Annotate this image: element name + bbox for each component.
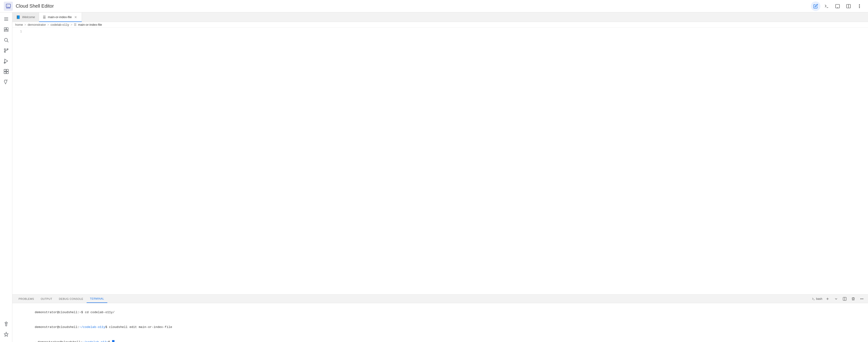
sidebar-icon-search[interactable]: [1, 35, 11, 45]
terminal-line-2: demonstrator@cloudshell:~/codelab-o11y$ …: [16, 320, 864, 335]
panel-tab-terminal[interactable]: TERMINAL: [87, 294, 107, 303]
main-file-tab-label: main-or-index-file: [48, 15, 72, 19]
app-header: >_ Cloud Shell Editor: [0, 0, 868, 12]
sidebar-icon-testing[interactable]: [1, 77, 11, 87]
svg-rect-27: [6, 69, 8, 71]
tab-welcome[interactable]: 📘 Welcome: [12, 12, 39, 22]
breadcrumb-sep-3: >: [70, 23, 72, 26]
svg-rect-26: [4, 69, 6, 71]
breadcrumb-demonstrator[interactable]: demonstrator: [28, 23, 46, 26]
terminal-output[interactable]: demonstrator@cloudshell:~$ cd codelab-o1…: [12, 303, 868, 342]
svg-point-10: [859, 6, 860, 6]
panel-tab-output[interactable]: OUTPUT: [37, 294, 56, 303]
breadcrumb-filename: main-or-index-file: [78, 23, 102, 26]
sidebar-icon-remote[interactable]: [1, 319, 11, 329]
terminal-cursor: [112, 340, 115, 342]
main-file-tab-icon: ☰: [43, 15, 46, 19]
breadcrumb-home[interactable]: home: [15, 23, 23, 26]
preview-button[interactable]: [833, 1, 842, 11]
sidebar-icon-menu[interactable]: [1, 14, 11, 24]
split-terminal-button[interactable]: [841, 295, 848, 302]
breadcrumb-sep-2: >: [48, 23, 49, 26]
app-logo: >_: [4, 2, 13, 11]
logo-area: >_ Cloud Shell Editor: [4, 2, 811, 11]
sidebar-icon-extensions[interactable]: [1, 67, 11, 76]
breadcrumb: home > demonstrator > codelab-o11y > ☰ m…: [12, 22, 868, 28]
panel-tab-bar: PROBLEMS OUTPUT DEBUG CONSOLE TERMINAL: [12, 294, 868, 303]
svg-point-11: [859, 7, 860, 8]
editor-content[interactable]: [24, 28, 868, 294]
editor-area[interactable]: 1: [12, 28, 868, 294]
svg-rect-1: [6, 8, 10, 8]
main-layout: 📘 Welcome ☰ main-or-index-file ✕ home > …: [0, 12, 868, 342]
tab-main-file[interactable]: ☰ main-or-index-file ✕: [39, 12, 82, 22]
line-number-1: 1: [12, 30, 22, 33]
edit-button[interactable]: [811, 1, 820, 11]
terminal-line-1: demonstrator@cloudshell:~$ cd codelab-o1…: [16, 305, 864, 320]
terminal-button[interactable]: [822, 1, 831, 11]
svg-point-31: [5, 325, 7, 326]
terminal-line-3: ○ demonstrator@cloudshell:~/codelab-o11y…: [16, 335, 864, 342]
svg-point-38: [862, 298, 862, 299]
svg-rect-17: [6, 28, 8, 30]
tab-close-button[interactable]: ✕: [73, 15, 78, 19]
svg-rect-16: [4, 30, 8, 32]
svg-rect-28: [4, 72, 6, 74]
svg-point-37: [860, 298, 861, 299]
panel-tab-debug-console[interactable]: DEBUG CONSOLE: [56, 294, 86, 303]
sidebar-icon-explorer[interactable]: [1, 25, 11, 34]
welcome-tab-label: Welcome: [22, 15, 35, 19]
welcome-tab-icon: 📘: [16, 15, 20, 19]
breadcrumb-codelab[interactable]: codelab-o11y: [51, 23, 69, 26]
more-button[interactable]: [855, 1, 864, 11]
split-button[interactable]: [844, 1, 853, 11]
svg-text:>_: >_: [7, 5, 9, 7]
breadcrumb-sep-1: >: [25, 23, 26, 26]
svg-rect-15: [4, 28, 6, 30]
svg-point-39: [863, 298, 863, 299]
breadcrumb-file-icon: ☰: [74, 23, 76, 26]
svg-point-9: [859, 4, 860, 5]
app-title: Cloud Shell Editor: [16, 3, 54, 9]
sidebar-icon-source-control[interactable]: [1, 46, 11, 55]
svg-point-20: [4, 49, 5, 50]
panel: PROBLEMS OUTPUT DEBUG CONSOLE TERMINAL: [12, 294, 868, 342]
line-numbers: 1: [12, 28, 24, 294]
svg-line-19: [7, 41, 8, 42]
sidebar-icon-run-debug[interactable]: [1, 56, 11, 66]
sidebar-bottom: [1, 319, 11, 342]
content-area: 📘 Welcome ☰ main-or-index-file ✕ home > …: [12, 12, 868, 342]
svg-point-18: [4, 38, 7, 41]
sidebar-icon-ai[interactable]: [1, 330, 11, 339]
terminal-dropdown-button[interactable]: [833, 295, 839, 302]
panel-tab-problems[interactable]: PROBLEMS: [15, 294, 37, 303]
svg-rect-29: [6, 72, 8, 74]
kill-terminal-button[interactable]: [850, 295, 857, 302]
bash-label: bash: [812, 297, 822, 301]
new-terminal-button[interactable]: [824, 295, 831, 302]
sidebar: [0, 12, 12, 342]
header-actions: [811, 1, 864, 11]
more-terminal-button[interactable]: [859, 295, 865, 302]
tab-bar: 📘 Welcome ☰ main-or-index-file ✕: [12, 12, 868, 22]
panel-actions: bash: [812, 295, 865, 302]
